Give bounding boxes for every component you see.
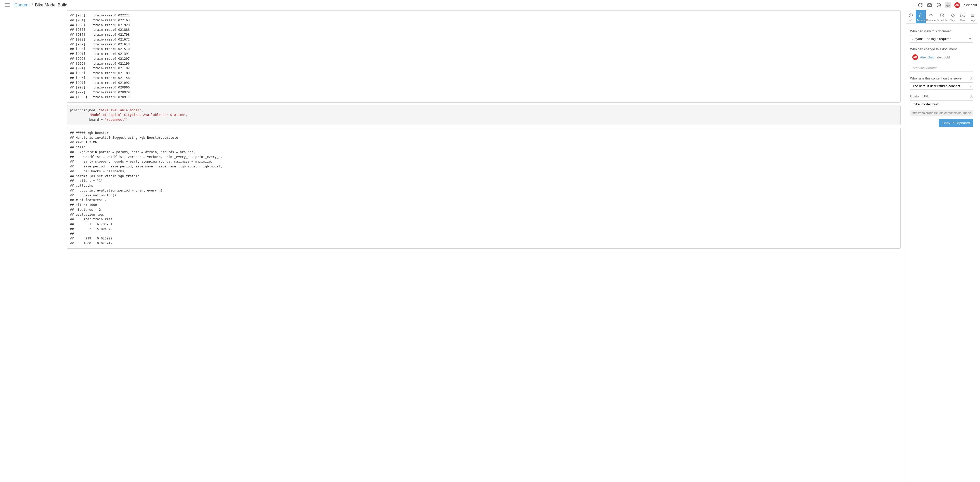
avatar[interactable]: AG (955, 2, 960, 8)
document-content: ## [983] train-rmse:0.022221 ## [984] tr… (0, 10, 906, 482)
view-access-select[interactable]: Anyone - no login required (910, 35, 973, 43)
page-title: Bike Model Build (35, 3, 67, 8)
svg-point-4 (939, 5, 940, 5)
svg-point-3 (939, 5, 939, 5)
add-collaborator-input[interactable] (910, 64, 973, 72)
help-icon[interactable]: i (970, 77, 973, 80)
breadcrumb: Content / Bike Model Build (14, 3, 67, 8)
svg-point-5 (947, 5, 948, 6)
breadcrumb-root[interactable]: Content (14, 3, 30, 8)
unlock-icon (918, 13, 923, 18)
tab-logs[interactable]: Logs (968, 10, 977, 23)
copy-clipboard-button[interactable]: Copy To Clipboard (939, 119, 973, 127)
custom-url-input[interactable] (910, 100, 973, 108)
code-block-pin: pins::pin(mod, "bike_available_model", "… (67, 105, 900, 125)
svg-point-8 (911, 14, 911, 15)
more-icon[interactable] (936, 2, 942, 8)
view-access-label: Who can view this document (910, 29, 973, 33)
vars-icon: {x} (960, 13, 965, 18)
help-icon[interactable]: i (970, 94, 973, 98)
change-access-label: Who can change this document (910, 47, 973, 51)
tab-info[interactable]: Info (906, 10, 916, 23)
settings-panel: Info Access Runtime Schedule Tags {x} Va… (906, 10, 977, 482)
refresh-icon[interactable] (918, 2, 923, 8)
svg-point-12 (951, 14, 952, 15)
breadcrumb-sep: / (32, 3, 33, 8)
username-label: alex.gold (964, 3, 977, 7)
svg-rect-9 (919, 15, 922, 17)
settings-tabs: Info Access Runtime Schedule Tags {x} Va… (906, 10, 977, 24)
svg-line-10 (931, 15, 932, 16)
menu-icon[interactable] (5, 3, 10, 7)
owner-chip[interactable]: AG Alex Gold alex.gold (910, 53, 973, 61)
output-block-2: ## ##### xgb.Booster ## Handle is invali… (67, 128, 900, 249)
tab-runtime[interactable]: Runtime (926, 10, 936, 23)
owner-name-link[interactable]: Alex Gold (920, 55, 934, 59)
tab-vars[interactable]: {x} Vars (958, 10, 967, 23)
info-icon (908, 13, 913, 18)
logs-icon (970, 13, 975, 18)
settings-icon[interactable] (945, 2, 951, 8)
custom-url-label: Custom URL i (910, 94, 973, 98)
output-block-1: ## [983] train-rmse:0.022221 ## [984] tr… (67, 10, 900, 102)
tab-tags[interactable]: Tags (948, 10, 958, 23)
clock-icon (940, 13, 945, 18)
tab-access[interactable]: Access (916, 10, 926, 23)
runas-select[interactable]: The default user rstudio-connect (910, 82, 973, 90)
access-panel-body: Who can view this document Anyone - no l… (906, 24, 977, 131)
svg-point-2 (938, 5, 938, 5)
runas-label: Who runs this content on the server i (910, 77, 973, 80)
gauge-icon (928, 13, 933, 18)
topbar: Content / Bike Model Build AG alex.gold (0, 0, 980, 10)
owner-username: alex.gold (936, 55, 950, 59)
tag-icon (950, 13, 955, 18)
topbar-actions: AG alex.gold (918, 2, 977, 8)
main-area: ## [983] train-rmse:0.022221 ## [984] tr… (0, 10, 980, 482)
full-url-display (910, 110, 973, 117)
mail-icon[interactable] (927, 2, 932, 8)
tab-schedule[interactable]: Schedule (936, 10, 948, 23)
owner-avatar: AG (912, 54, 918, 60)
